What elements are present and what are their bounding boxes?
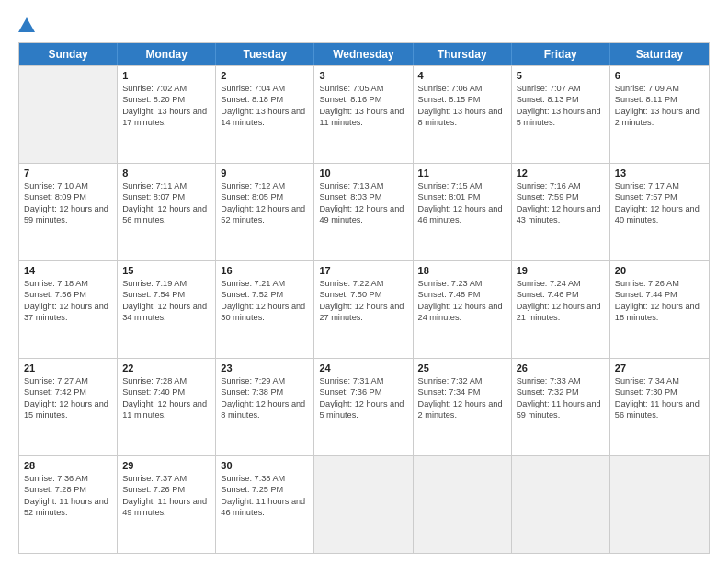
- sunrise-text: Sunrise: 7:16 AM: [517, 180, 605, 191]
- day-number: 3: [319, 70, 407, 81]
- sunrise-text: Sunrise: 7:32 AM: [418, 375, 506, 386]
- daylight-text: Daylight: 12 hours and 43 minutes.: [517, 203, 605, 226]
- day-number: 20: [615, 265, 704, 276]
- sunset-text: Sunset: 8:11 PM: [615, 94, 704, 105]
- sunrise-text: Sunrise: 7:13 AM: [319, 180, 407, 191]
- sunset-text: Sunset: 8:01 PM: [418, 191, 506, 202]
- sunrise-text: Sunrise: 7:28 AM: [122, 375, 210, 386]
- calendar-week-row: 14Sunrise: 7:18 AMSunset: 7:56 PMDayligh…: [19, 260, 709, 358]
- day-number: 9: [221, 167, 309, 178]
- sunrise-text: Sunrise: 7:22 AM: [319, 278, 407, 289]
- day-number: 8: [122, 167, 210, 178]
- daylight-text: Daylight: 12 hours and 8 minutes.: [221, 398, 309, 421]
- sunset-text: Sunset: 8:05 PM: [221, 191, 309, 202]
- day-number: 25: [418, 362, 506, 373]
- sunset-text: Sunset: 7:34 PM: [418, 386, 506, 397]
- calendar-body: 1Sunrise: 7:02 AMSunset: 8:20 PMDaylight…: [19, 65, 709, 553]
- sunset-text: Sunset: 7:56 PM: [24, 289, 112, 300]
- sunset-text: Sunset: 8:20 PM: [122, 94, 210, 105]
- sunrise-text: Sunrise: 7:02 AM: [122, 83, 210, 94]
- day-number: 30: [221, 460, 309, 471]
- cal-header-day: Sunday: [19, 43, 118, 65]
- sunrise-text: Sunrise: 7:10 AM: [24, 180, 112, 191]
- calendar-cell: 18Sunrise: 7:23 AMSunset: 7:48 PMDayligh…: [414, 261, 512, 358]
- sunrise-text: Sunrise: 7:24 AM: [517, 278, 605, 289]
- sunrise-text: Sunrise: 7:37 AM: [122, 473, 210, 484]
- sunrise-text: Sunrise: 7:11 AM: [122, 180, 210, 191]
- sunset-text: Sunset: 7:50 PM: [319, 289, 407, 300]
- sunset-text: Sunset: 8:09 PM: [24, 191, 112, 202]
- calendar-cell: 26Sunrise: 7:33 AMSunset: 7:32 PMDayligh…: [512, 359, 610, 455]
- calendar-cell: 8Sunrise: 7:11 AMSunset: 8:07 PMDaylight…: [118, 164, 216, 260]
- svg-marker-0: [18, 17, 35, 32]
- day-number: 23: [221, 362, 309, 373]
- daylight-text: Daylight: 12 hours and 27 minutes.: [319, 301, 407, 324]
- sunset-text: Sunset: 7:54 PM: [122, 289, 210, 300]
- sunset-text: Sunset: 8:03 PM: [319, 191, 407, 202]
- calendar-cell: 28Sunrise: 7:36 AMSunset: 7:28 PMDayligh…: [19, 456, 118, 553]
- calendar-cell: 20Sunrise: 7:26 AMSunset: 7:44 PMDayligh…: [610, 261, 709, 358]
- sunrise-text: Sunrise: 7:27 AM: [24, 375, 112, 386]
- cal-header-day: Friday: [512, 43, 610, 65]
- cal-header-day: Saturday: [610, 43, 709, 65]
- cal-header-day: Wednesday: [314, 43, 413, 65]
- calendar-cell: 23Sunrise: 7:29 AMSunset: 7:38 PMDayligh…: [216, 359, 314, 455]
- calendar-cell: 29Sunrise: 7:37 AMSunset: 7:26 PMDayligh…: [118, 456, 216, 553]
- day-number: 10: [319, 167, 407, 178]
- calendar-cell: 1Sunrise: 7:02 AMSunset: 8:20 PMDaylight…: [118, 66, 216, 163]
- daylight-text: Daylight: 11 hours and 49 minutes.: [122, 496, 210, 519]
- sunrise-text: Sunrise: 7:36 AM: [24, 473, 112, 484]
- sunrise-text: Sunrise: 7:17 AM: [615, 180, 704, 191]
- sunrise-text: Sunrise: 7:33 AM: [517, 375, 605, 386]
- calendar-cell: 15Sunrise: 7:19 AMSunset: 7:54 PMDayligh…: [118, 261, 216, 358]
- day-number: 17: [319, 265, 407, 276]
- sunset-text: Sunset: 8:18 PM: [221, 94, 309, 105]
- day-number: 5: [517, 70, 605, 81]
- sunset-text: Sunset: 8:13 PM: [517, 94, 605, 105]
- daylight-text: Daylight: 12 hours and 46 minutes.: [418, 203, 506, 226]
- sunset-text: Sunset: 7:38 PM: [221, 386, 309, 397]
- calendar-cell: 5Sunrise: 7:07 AMSunset: 8:13 PMDaylight…: [512, 66, 610, 163]
- day-number: 19: [517, 265, 605, 276]
- day-number: 27: [615, 362, 704, 373]
- daylight-text: Daylight: 12 hours and 52 minutes.: [221, 203, 309, 226]
- daylight-text: Daylight: 12 hours and 21 minutes.: [517, 301, 605, 324]
- sunrise-text: Sunrise: 7:19 AM: [122, 278, 210, 289]
- daylight-text: Daylight: 11 hours and 46 minutes.: [221, 496, 309, 519]
- day-number: 2: [221, 70, 309, 81]
- sunrise-text: Sunrise: 7:26 AM: [615, 278, 704, 289]
- page-header: [18, 17, 710, 33]
- sunrise-text: Sunrise: 7:31 AM: [319, 375, 407, 386]
- calendar-cell: 21Sunrise: 7:27 AMSunset: 7:42 PMDayligh…: [19, 359, 118, 455]
- cal-header-day: Tuesday: [216, 43, 314, 65]
- sunrise-text: Sunrise: 7:29 AM: [221, 375, 309, 386]
- daylight-text: Daylight: 12 hours and 59 minutes.: [24, 203, 112, 226]
- calendar-cell: 30Sunrise: 7:38 AMSunset: 7:25 PMDayligh…: [216, 456, 314, 553]
- cal-header-day: Monday: [118, 43, 216, 65]
- daylight-text: Daylight: 11 hours and 59 minutes.: [517, 398, 605, 421]
- calendar-cell: 27Sunrise: 7:34 AMSunset: 7:30 PMDayligh…: [610, 359, 709, 455]
- calendar-cell: 11Sunrise: 7:15 AMSunset: 8:01 PMDayligh…: [414, 164, 512, 260]
- daylight-text: Daylight: 13 hours and 5 minutes.: [517, 106, 605, 129]
- sunset-text: Sunset: 7:32 PM: [517, 386, 605, 397]
- calendar-cell: 22Sunrise: 7:28 AMSunset: 7:40 PMDayligh…: [118, 359, 216, 455]
- sunset-text: Sunset: 7:36 PM: [319, 386, 407, 397]
- calendar-week-row: 28Sunrise: 7:36 AMSunset: 7:28 PMDayligh…: [19, 455, 709, 553]
- calendar-cell: 12Sunrise: 7:16 AMSunset: 7:59 PMDayligh…: [512, 164, 610, 260]
- calendar-cell: 13Sunrise: 7:17 AMSunset: 7:57 PMDayligh…: [610, 164, 709, 260]
- calendar-cell: [512, 456, 610, 553]
- day-number: 21: [24, 362, 112, 373]
- daylight-text: Daylight: 13 hours and 2 minutes.: [615, 106, 704, 129]
- day-number: 13: [615, 167, 704, 178]
- calendar-cell: 4Sunrise: 7:06 AMSunset: 8:15 PMDaylight…: [414, 66, 512, 163]
- daylight-text: Daylight: 12 hours and 40 minutes.: [615, 203, 704, 226]
- calendar-cell: [19, 66, 118, 163]
- day-number: 29: [122, 460, 210, 471]
- logo-triangle-icon: [18, 17, 35, 33]
- day-number: 1: [122, 70, 210, 81]
- sunrise-text: Sunrise: 7:07 AM: [517, 83, 605, 94]
- day-number: 26: [517, 362, 605, 373]
- calendar-week-row: 7Sunrise: 7:10 AMSunset: 8:09 PMDaylight…: [19, 163, 709, 260]
- sunrise-text: Sunrise: 7:23 AM: [418, 278, 506, 289]
- daylight-text: Daylight: 12 hours and 24 minutes.: [418, 301, 506, 324]
